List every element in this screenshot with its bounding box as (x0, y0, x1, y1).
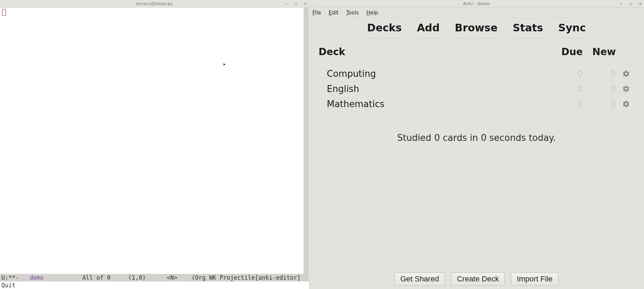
anki-window: Anki - demo – □ × File Edit Tools Help D… (309, 0, 644, 289)
import-file-button[interactable]: Import File (511, 272, 558, 286)
anki-titlebar: Anki - demo – □ × (309, 0, 644, 8)
menu-edit[interactable]: Edit (329, 10, 339, 16)
create-deck-button[interactable]: Create Deck (451, 272, 505, 286)
toolbar-add[interactable]: Add (417, 22, 440, 34)
deck-row: Mathematics 0 0 (319, 97, 634, 111)
deck-new-count: 0 (585, 69, 616, 79)
close-button[interactable]: × (303, 1, 308, 6)
emacs-minibuffer[interactable]: Quit (0, 281, 309, 289)
deck-new-count: 0 (585, 99, 616, 109)
maximize-button[interactable]: □ (293, 1, 298, 6)
deck-list-header: Deck Due New (319, 46, 634, 58)
deck-name[interactable]: Computing (319, 69, 550, 79)
deck-list: Computing 0 0 English 0 0 Mathemat (319, 67, 634, 111)
emacs-scrollbar-thumb[interactable] (304, 8, 308, 274)
studied-summary: Studied 0 cards in 0 seconds today. (319, 133, 634, 143)
deck-due-count: 0 (552, 84, 583, 94)
gear-icon[interactable] (622, 70, 630, 78)
menu-file[interactable]: File (312, 10, 321, 16)
modeline-status: All of 0 (1,0) <N> (Org WK Projectile[an… (44, 274, 301, 281)
deck-due-count: 0 (552, 69, 583, 79)
deck-new-count: 0 (585, 84, 616, 94)
emacs-modeline: U:**- demo All of 0 (1,0) <N> (Org WK Pr… (0, 274, 309, 281)
mouse-cursor-icon: ➤ (223, 62, 226, 67)
emacs-text-cursor (2, 9, 6, 16)
minimize-button[interactable]: – (619, 1, 623, 6)
deck-row: Computing 0 0 (319, 67, 634, 80)
modeline-prefix: U:**- (1, 274, 30, 281)
modeline-buffer-name: demo (30, 274, 44, 281)
menu-help[interactable]: Help (366, 10, 378, 16)
anki-toolbar: Decks Add Browse Stats Sync (309, 18, 644, 38)
toolbar-sync[interactable]: Sync (558, 22, 586, 34)
emacs-window: emacs@louie-pc – □ × ➤ U:**- demo All of… (0, 0, 309, 289)
anki-title: Anki - demo (463, 1, 490, 6)
get-shared-button[interactable]: Get Shared (395, 272, 445, 286)
gear-icon[interactable] (622, 85, 630, 93)
emacs-titlebar: emacs@louie-pc – □ × (0, 0, 309, 8)
gear-icon[interactable] (622, 100, 630, 108)
column-header-new: New (585, 46, 616, 58)
menu-tools[interactable]: Tools (346, 10, 359, 16)
anki-bottombar: Get Shared Create Deck Import File (309, 270, 644, 289)
column-header-deck: Deck (319, 46, 550, 58)
emacs-title: emacs@louie-pc (136, 1, 173, 6)
toolbar-browse[interactable]: Browse (455, 22, 497, 34)
deck-name[interactable]: Mathematics (319, 99, 550, 109)
anki-main: Deck Due New Computing 0 0 English 0 0 (309, 38, 644, 270)
deck-row: English 0 0 (319, 82, 634, 95)
toolbar-decks[interactable]: Decks (367, 22, 402, 34)
anki-menubar: File Edit Tools Help (309, 8, 644, 18)
emacs-scrollbar[interactable] (303, 8, 309, 274)
minimize-button[interactable]: – (283, 1, 288, 6)
emacs-buffer[interactable]: ➤ (0, 8, 303, 274)
maximize-button[interactable]: □ (628, 1, 633, 6)
close-button[interactable]: × (638, 1, 643, 6)
toolbar-stats[interactable]: Stats (513, 22, 543, 34)
column-header-due: Due (552, 46, 583, 58)
minibuffer-text: Quit (1, 282, 15, 289)
deck-name[interactable]: English (319, 84, 550, 94)
deck-due-count: 0 (552, 99, 583, 109)
